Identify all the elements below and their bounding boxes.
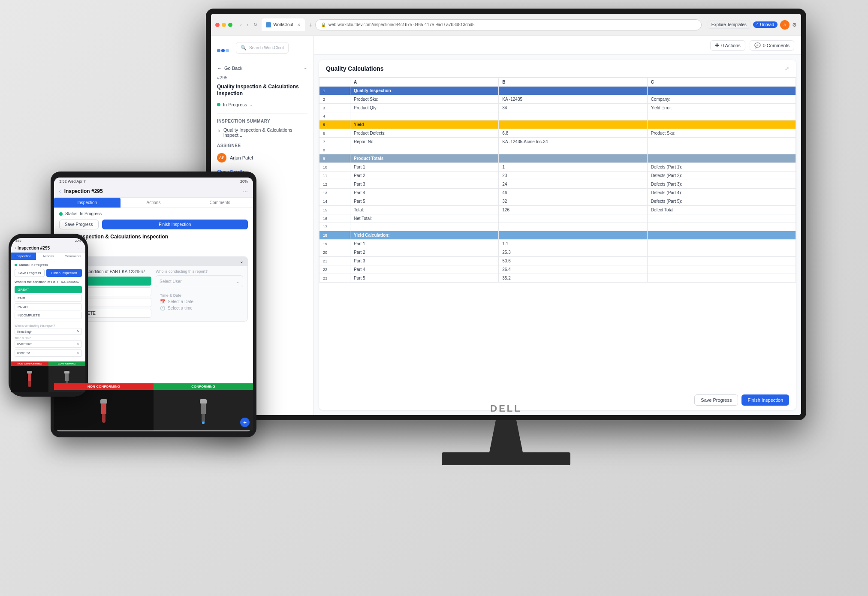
tablet-user-select[interactable]: Select User ⌄ bbox=[156, 275, 243, 287]
fullscreen-window-btn[interactable] bbox=[228, 23, 232, 27]
tablet-time-row: 🕐 Select a time bbox=[160, 306, 239, 310]
tablet-tab-comments[interactable]: Comments bbox=[187, 198, 253, 208]
add-image-btn[interactable]: + bbox=[240, 418, 250, 427]
phone-option-incomplete[interactable]: INCOMPLETE bbox=[15, 312, 82, 319]
phone-more-icon[interactable]: ··· bbox=[78, 245, 82, 250]
table-row: 19 Part 1 1.1 bbox=[319, 240, 796, 248]
avatar-btn[interactable]: A bbox=[780, 20, 790, 30]
tablet-status-dot-icon bbox=[59, 212, 63, 216]
back-btn[interactable]: ← Go Back ··· bbox=[211, 63, 313, 73]
col-header-num bbox=[319, 78, 350, 87]
phone-tab-comments[interactable]: Comments bbox=[60, 253, 85, 260]
row-col-c: Company: bbox=[647, 95, 796, 104]
phone-option-poor[interactable]: POOR bbox=[15, 303, 82, 310]
back-nav-btn[interactable]: ‹ bbox=[238, 21, 244, 28]
tablet-finish-btn[interactable]: Finish Inspection bbox=[102, 220, 248, 229]
new-tab-btn[interactable]: + bbox=[309, 21, 313, 28]
tablet-status-row: Status: In Progress bbox=[59, 211, 248, 216]
phone-screen: 3:52 20% ‹ Inspection #295 ··· Inspectio… bbox=[11, 238, 85, 392]
phone-btn-row: Save Progress Finish Inspection bbox=[15, 269, 82, 277]
browser-tab[interactable]: WorkClout ✕ bbox=[262, 18, 305, 31]
row-num: 4 bbox=[319, 112, 350, 120]
row-num: 12 bbox=[319, 180, 350, 189]
phone-edit-icon: ✎ bbox=[77, 330, 79, 333]
save-progress-btn[interactable]: Save Progress bbox=[694, 394, 738, 406]
tablet-tab-inspection[interactable]: Inspection bbox=[54, 198, 121, 208]
phone-option-great[interactable]: GREAT bbox=[15, 286, 82, 293]
tablet-back-btn[interactable]: ‹ bbox=[59, 189, 61, 194]
phone-finish-btn[interactable]: Finish Inspection bbox=[46, 269, 82, 277]
row-col-b: 24 bbox=[499, 180, 647, 189]
tablet-select-date[interactable]: Select a Date bbox=[168, 299, 193, 304]
monitor-base bbox=[442, 452, 570, 465]
tab-close-icon[interactable]: ✕ bbox=[297, 23, 301, 27]
row-num: 13 bbox=[319, 189, 350, 197]
phone-non-conform-label: NON-CONFORMING bbox=[11, 361, 48, 366]
comments-btn[interactable]: 💬 0 Comments bbox=[750, 40, 794, 51]
explore-templates-btn[interactable]: Explore Templates bbox=[708, 21, 750, 29]
unread-badge[interactable]: 4 Unread bbox=[753, 21, 778, 28]
calendar-icon: 📅 bbox=[160, 299, 165, 304]
row-col-a: Total: bbox=[350, 206, 498, 214]
tablet-date-row: 📅 Select a Date bbox=[160, 299, 239, 304]
row-col-a: Yield Calculation: bbox=[350, 231, 498, 240]
finish-inspection-btn[interactable]: Finish Inspection bbox=[741, 394, 789, 406]
phone-back-btn[interactable]: ‹ bbox=[15, 246, 16, 250]
row-col-b bbox=[499, 146, 647, 154]
reload-btn[interactable]: ↻ bbox=[252, 21, 259, 28]
status-chevron-icon[interactable]: ⌄ bbox=[250, 102, 253, 107]
spark-plug-conform bbox=[197, 399, 210, 429]
row-col-b: 46 bbox=[499, 189, 647, 197]
tablet-q-expand-icon[interactable]: ⌄ bbox=[240, 259, 243, 264]
table-row: 20 Part 2 25.3 bbox=[319, 248, 796, 257]
forward-nav-btn[interactable]: › bbox=[245, 21, 250, 28]
phone-tab-actions[interactable]: Actions bbox=[36, 253, 61, 260]
col-header-c: C bbox=[647, 78, 796, 87]
row-col-a: Part 4 bbox=[350, 265, 498, 274]
settings-btn[interactable]: ⚙ bbox=[792, 22, 797, 28]
col-header-b: B bbox=[499, 78, 647, 87]
browser-nav: ‹ › ↻ bbox=[238, 21, 259, 28]
row-col-c bbox=[647, 231, 796, 240]
tablet-select-time[interactable]: Select a time bbox=[168, 306, 193, 310]
row-num: 1 bbox=[319, 87, 350, 95]
phone-option-fair[interactable]: FAIR bbox=[15, 295, 82, 302]
row-col-c: Defects (Part 4): bbox=[647, 189, 796, 197]
divider-1 bbox=[217, 113, 307, 114]
sidebar-more-icon[interactable]: ··· bbox=[304, 66, 307, 71]
row-col-b: 1.1 bbox=[499, 240, 647, 248]
actions-btn[interactable]: ✚ 0 Actions bbox=[710, 40, 745, 51]
dell-logo: DELL bbox=[490, 403, 521, 414]
search-input[interactable]: 🔍 Search WorkClout bbox=[236, 42, 289, 54]
row-num: 3 bbox=[319, 104, 350, 112]
phone-tab-inspection[interactable]: Inspection bbox=[11, 253, 36, 260]
phone-save-btn[interactable]: Save Progress bbox=[15, 269, 45, 277]
close-window-btn[interactable] bbox=[215, 23, 220, 27]
search-icon: 🔍 bbox=[241, 45, 247, 51]
tablet-who-label: Who is conducting this report? bbox=[156, 269, 243, 274]
row-col-c: Defects (Part 3): bbox=[647, 180, 796, 189]
address-bar[interactable]: 🔒 web.workcloutdev.com/inspection/d84c1b… bbox=[315, 19, 702, 30]
actions-label: 0 Actions bbox=[721, 43, 741, 48]
row-num: 5 bbox=[319, 120, 350, 129]
minimize-window-btn[interactable] bbox=[222, 23, 226, 27]
row-col-c: Defects (Part 5): bbox=[647, 197, 796, 206]
phone-date-clear-icon[interactable]: ✕ bbox=[76, 342, 79, 346]
phone-conducting-field[interactable]: Ilena Singh ✎ bbox=[15, 328, 82, 335]
summary-item[interactable]: ↳ Quality Inspection & Calculations insp… bbox=[211, 125, 313, 140]
phone-date-field[interactable]: 05/07/2023 ✕ bbox=[15, 340, 82, 348]
expand-icon[interactable]: ⤢ bbox=[785, 66, 789, 72]
phone-time-field[interactable]: 03:52 PM ✕ bbox=[15, 349, 82, 357]
url-text: web.workcloutdev.com/inspection/d84c1b75… bbox=[329, 22, 475, 27]
row-col-a bbox=[350, 112, 498, 120]
status-dot-icon bbox=[217, 103, 220, 106]
tablet-save-btn[interactable]: Save Progress bbox=[59, 220, 99, 229]
quality-calculations-panel: Quality Calculations ⤢ A B C bbox=[319, 60, 796, 410]
phone-time-clear-icon[interactable]: ✕ bbox=[76, 351, 79, 355]
summary-item-text: Quality Inspection & Calculations inspec… bbox=[223, 127, 307, 138]
tablet-more-icon[interactable]: ··· bbox=[243, 188, 248, 195]
row-num: 17 bbox=[319, 223, 350, 231]
tablet-tab-actions[interactable]: Actions bbox=[121, 198, 187, 208]
calc-table-wrap[interactable]: A B C 1 Quality Inspection 2 Product Sku… bbox=[319, 78, 796, 390]
row-col-c: Product Sku: bbox=[647, 129, 796, 138]
